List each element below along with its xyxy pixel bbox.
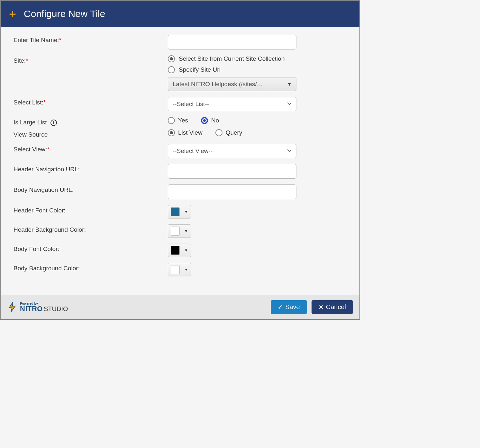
radio-large-list-yes[interactable]: Yes [168,117,188,124]
color-swatch [171,227,180,236]
required-marker: * [26,57,28,64]
body-font-color-picker[interactable]: ▼ [168,244,191,257]
header-bg-color-picker[interactable]: ▼ [168,224,191,238]
label-body-bg-color: Body Background Color: [14,263,168,272]
radio-icon [168,129,175,136]
required-marker: * [59,37,61,43]
chevron-down-icon: ▼ [287,82,292,87]
header-font-color-picker[interactable]: ▼ [168,205,191,219]
close-icon: ✕ [319,304,323,311]
titlebar: ＋ Configure New Tile [1,1,359,27]
configure-tile-dialog: ＋ Configure New Tile Enter Tile Name:* S… [0,0,360,320]
label-body-nav-url: Body Navigation URL: [14,184,168,193]
dialog-footer: Powered by NITROSTUDIO ✓ Save ✕ Cancel [1,295,359,319]
radio-icon [168,117,175,124]
radio-icon [215,129,222,136]
color-swatch [171,207,180,216]
required-marker: * [47,146,49,153]
chevron-down-icon [287,102,292,107]
row-body-font-color: Body Font Color: ▼ [14,244,347,257]
cancel-button[interactable]: ✕ Cancel [312,300,353,314]
select-list-dropdown[interactable]: --Select List-- [168,97,296,111]
cancel-button-label: Cancel [326,303,346,311]
header-nav-url-input[interactable] [168,164,296,179]
radio-label: Yes [178,117,188,124]
dropdown-value: --Select View-- [173,148,213,155]
chevron-down-icon: ▼ [184,248,188,253]
body-bg-color-picker[interactable]: ▼ [168,263,191,276]
check-icon: ✓ [278,304,283,311]
row-body-bg-color: Body Background Color: ▼ [14,263,347,276]
radio-icon [168,66,175,73]
row-body-nav-url: Body Navigation URL: [14,184,347,199]
color-swatch [171,246,180,255]
chevron-down-icon: ▼ [184,210,188,214]
radio-query[interactable]: Query [215,129,242,136]
select-view-dropdown[interactable]: --Select View-- [168,144,296,158]
label-header-bg-color: Header Background Color: [14,224,168,233]
brand-sub: STUDIO [44,305,68,312]
save-button-label: Save [285,303,300,311]
radio-label: Query [226,129,242,136]
row-tile-name: Enter Tile Name:* [14,35,347,49]
nitro-bolt-icon [7,302,18,313]
row-select-view: Select View:* --Select View-- [14,144,347,158]
row-view-source: View Source List View Query [14,129,347,138]
label-body-font-color: Body Font Color: [14,244,168,253]
radio-label: Specify Site Url [179,66,221,73]
label-tile-name: Enter Tile Name:* [14,35,168,44]
radio-label: Select Site from Current Site Collection [179,55,285,62]
row-select-list: Select List:* --Select List-- [14,97,347,111]
label-view-source: View Source [14,129,168,138]
form-area: Enter Tile Name:* Site:* Select Site fro… [1,27,359,295]
label-header-nav-url: Header Navigation URL: [14,164,168,173]
chevron-down-icon [287,148,292,154]
radio-icon [168,55,175,62]
label-select-list: Select List:* [14,97,168,106]
label-header-font-color: Header Font Color: [14,205,168,214]
radio-label: No [211,117,219,124]
color-swatch [171,265,180,274]
body-nav-url-input[interactable] [168,184,296,199]
info-icon[interactable]: i [50,120,57,126]
site-dropdown[interactable]: Latest NITRO Helpdesk (/sites/… ▼ [168,77,296,91]
brand-name: NITRO [20,305,43,313]
radio-list-view[interactable]: List View [168,129,203,136]
radio-large-list-no[interactable]: No [201,117,219,124]
row-is-large-list: Is Large List i Yes No [14,117,347,126]
row-header-bg-color: Header Background Color: ▼ [14,224,347,238]
save-button[interactable]: ✓ Save [271,300,307,314]
radio-specify-url[interactable]: Specify Site Url [168,66,347,73]
label-is-large-list: Is Large List i [14,117,168,126]
radio-icon [201,117,208,124]
label-site: Site:* [14,55,168,64]
dialog-title: Configure New Tile [24,8,105,19]
label-select-view: Select View:* [14,144,168,153]
row-site: Site:* Select Site from Current Site Col… [14,55,347,91]
row-header-font-color: Header Font Color: ▼ [14,205,347,219]
dropdown-value: Latest NITRO Helpdesk (/sites/… [173,81,263,88]
plus-icon: ＋ [7,6,18,21]
brand-logo-area: Powered by NITROSTUDIO [7,302,68,313]
dropdown-value: --Select List-- [173,101,209,108]
row-header-nav-url: Header Navigation URL: [14,164,347,179]
radio-label: List View [178,129,203,136]
tile-name-input[interactable] [168,35,296,49]
chevron-down-icon: ▼ [184,229,188,233]
required-marker: * [43,99,46,106]
radio-site-collection[interactable]: Select Site from Current Site Collection [168,55,347,62]
chevron-down-icon: ▼ [184,267,188,272]
